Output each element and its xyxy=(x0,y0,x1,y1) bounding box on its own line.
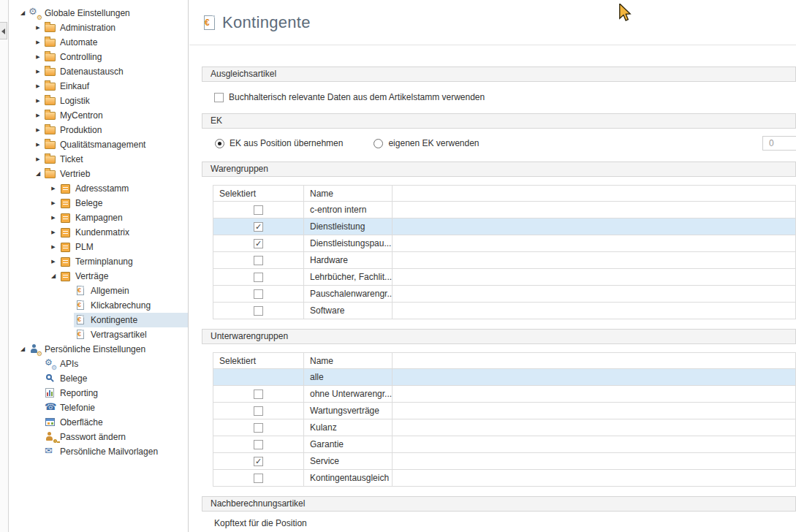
table-row-alle[interactable]: alle xyxy=(213,369,796,386)
tree-item-persönliche-einstellungen[interactable]: ◢⚙Persönliche Einstellungen xyxy=(9,342,188,357)
row-checkbox[interactable] xyxy=(254,239,263,248)
expand-icon[interactable]: ▶ xyxy=(33,64,43,79)
tree-item-terminplanung[interactable]: ▶Terminplanung xyxy=(9,254,188,269)
row-checkbox[interactable] xyxy=(254,474,263,483)
tree-item-controlling[interactable]: ▶Controlling xyxy=(9,50,188,64)
tree-item-content: Einkauf xyxy=(43,79,188,94)
tree-item-telefonie[interactable]: ☎Telefonie xyxy=(9,400,188,415)
tree-item-einkauf[interactable]: ▶Einkauf xyxy=(9,79,188,94)
tree-item-reporting[interactable]: Reporting xyxy=(9,386,188,400)
column-header-selektiert[interactable]: Selektiert xyxy=(213,186,304,202)
table-row-software[interactable]: Software xyxy=(213,303,796,319)
collapse-icon[interactable]: ◢ xyxy=(33,167,43,181)
tree-item-kampagnen[interactable]: ▶Kampagnen xyxy=(9,210,188,225)
tree-item-belege[interactable]: Belege xyxy=(9,371,188,386)
expand-icon[interactable]: ▶ xyxy=(33,137,43,152)
tree-item-persönliche-mailvorlagen[interactable]: ✉Persönliche Mailvorlagen xyxy=(9,444,188,459)
column-header-name[interactable]: Name xyxy=(304,186,393,202)
tree-item-plm[interactable]: ▶PLM xyxy=(9,240,188,254)
tree-item-qualitätsmanagement[interactable]: ▶Qualitätsmanagement xyxy=(9,137,188,152)
tree-item-allgemein[interactable]: €Allgemein xyxy=(9,284,188,298)
expand-icon[interactable]: ▶ xyxy=(33,50,43,64)
tree-item-oberfläche[interactable]: Oberfläche xyxy=(9,415,188,430)
artikelstamm-checkbox[interactable] xyxy=(214,93,224,102)
tree-item-belege[interactable]: ▶Belege xyxy=(9,196,188,210)
cell-empty xyxy=(393,303,796,319)
expand-icon[interactable]: ▶ xyxy=(33,94,43,108)
tree-item-adressstamm[interactable]: ▶Adressstamm xyxy=(9,181,188,196)
tree-item-logistik[interactable]: ▶Logistik xyxy=(9,94,188,108)
row-checkbox[interactable] xyxy=(254,205,263,215)
table-row-dienstleistung[interactable]: Dienstleistung xyxy=(213,218,796,235)
warengruppen-table: SelektiertNamec-entron internDienstleist… xyxy=(202,177,796,329)
table-row-wartungsverträge[interactable]: Wartungsverträge xyxy=(213,403,796,419)
tree-item-mycentron[interactable]: ▶MyCentron xyxy=(9,108,188,123)
tree-item-content: Adressstamm xyxy=(58,181,188,196)
column-header-selektiert[interactable]: Selektiert xyxy=(213,353,304,369)
expand-icon[interactable]: ▶ xyxy=(33,108,43,123)
expand-icon[interactable]: ▶ xyxy=(48,196,58,210)
row-checkbox[interactable] xyxy=(254,222,263,232)
expand-icon[interactable]: ▶ xyxy=(48,210,58,225)
row-checkbox[interactable] xyxy=(254,440,263,449)
table-row-service[interactable]: Service xyxy=(213,453,796,470)
expand-icon[interactable]: ▶ xyxy=(48,225,58,240)
row-checkbox[interactable] xyxy=(254,289,263,299)
expand-icon[interactable]: ▶ xyxy=(33,152,43,167)
row-checkbox[interactable] xyxy=(254,256,263,265)
row-checkbox[interactable] xyxy=(254,306,263,316)
cell-name: Dienstleistung xyxy=(304,218,393,235)
tree-item-produktion[interactable]: ▶Produktion xyxy=(9,123,188,137)
ek-position-radio[interactable] xyxy=(215,139,224,148)
tree-item-ticket[interactable]: ▶Ticket xyxy=(9,152,188,167)
expand-icon[interactable]: ▶ xyxy=(48,181,58,196)
tree-item-vertragsartikel[interactable]: €Vertragsartikel xyxy=(9,327,188,342)
panel-collapse-tab[interactable] xyxy=(0,22,7,39)
row-checkbox[interactable] xyxy=(254,423,263,433)
ek-value-input[interactable] xyxy=(762,136,796,151)
expand-icon[interactable]: ▶ xyxy=(33,20,43,35)
tree-item-apis[interactable]: ⚙⚙APIs xyxy=(9,357,188,371)
tree-item-verträge[interactable]: ◢Verträge xyxy=(9,269,188,284)
tree-item-passwort-ändern[interactable]: Passwort ändern xyxy=(9,430,188,444)
ek-eigener-radio[interactable] xyxy=(374,139,383,148)
row-checkbox[interactable] xyxy=(254,273,263,282)
tree-item-label: Logistik xyxy=(60,96,90,106)
folder-icon xyxy=(45,51,56,63)
table-row-pauschalenwarengr-[interactable]: Pauschalenwarengr... xyxy=(213,286,796,303)
collapse-icon[interactable]: ◢ xyxy=(18,6,28,20)
row-checkbox[interactable] xyxy=(254,457,263,466)
expand-icon[interactable]: ▶ xyxy=(48,254,58,269)
column-header-name[interactable]: Name xyxy=(304,353,393,369)
table-row-dienstleistungspau-[interactable]: Dienstleistungspau... xyxy=(213,235,796,252)
tree-item-label: Klickabrechung xyxy=(91,300,151,311)
table-row-hardware[interactable]: Hardware xyxy=(213,252,796,269)
page-icon: € xyxy=(75,329,87,341)
tree-item-content: Verträge xyxy=(58,269,188,284)
table-row-lehrbücher-fachlit-[interactable]: Lehrbücher, Fachlit... xyxy=(213,269,796,286)
table-row-kulanz[interactable]: Kulanz xyxy=(213,419,796,436)
folder-icon xyxy=(45,80,56,92)
tree-item-vertrieb[interactable]: ◢Vertrieb xyxy=(9,167,188,181)
tree-item-globale-einstellungen[interactable]: ◢⚙⚙Globale Einstellungen xyxy=(9,6,188,20)
row-checkbox[interactable] xyxy=(254,390,263,399)
expand-icon[interactable]: ▶ xyxy=(33,79,43,94)
tree-item-datenaustausch[interactable]: ▶Datenaustausch xyxy=(9,64,188,79)
table-row-garantie[interactable]: Garantie xyxy=(213,436,796,453)
tree-item-klickabrechung[interactable]: €Klickabrechung xyxy=(9,298,188,313)
expand-icon[interactable]: ▶ xyxy=(48,240,58,254)
table-row-kontingentausgleich[interactable]: Kontingentausgleich xyxy=(213,470,796,487)
tree-item-content: €Vertragsartikel xyxy=(74,327,188,342)
tree-item-automate[interactable]: ▶Automate xyxy=(9,35,188,50)
table-row-c-entron-intern[interactable]: c-entron intern xyxy=(213,202,796,218)
tree-item-kontingente[interactable]: €Kontingente xyxy=(9,313,188,327)
collapse-icon[interactable]: ◢ xyxy=(18,342,28,357)
expand-icon[interactable]: ▶ xyxy=(33,123,43,137)
expand-icon[interactable]: ▶ xyxy=(33,35,43,50)
tree-item-administration[interactable]: ▶Administration xyxy=(9,20,188,35)
table-row-ohne-unterwarengr-[interactable]: ohne Unterwarengr... xyxy=(213,386,796,403)
row-checkbox[interactable] xyxy=(254,406,263,416)
cell-name: Kontingentausgleich xyxy=(304,470,393,487)
collapse-icon[interactable]: ◢ xyxy=(48,269,58,284)
tree-item-kundenmatrix[interactable]: ▶Kundenmatrix xyxy=(9,225,188,240)
